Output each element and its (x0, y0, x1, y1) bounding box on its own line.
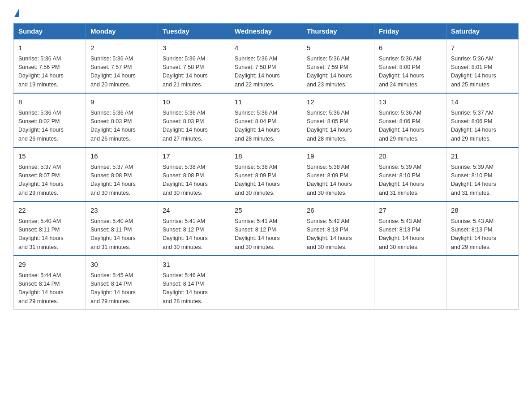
calendar-cell: 16Sunrise: 5:37 AMSunset: 8:08 PMDayligh… (86, 147, 158, 201)
calendar-cell: 11Sunrise: 5:36 AMSunset: 8:04 PMDayligh… (230, 93, 302, 147)
day-info: Sunrise: 5:36 AMSunset: 8:05 PMDaylight:… (307, 109, 369, 144)
calendar-cell: 28Sunrise: 5:43 AMSunset: 8:13 PMDayligh… (446, 201, 519, 256)
day-number: 3 (163, 43, 225, 53)
day-number: 29 (18, 260, 81, 270)
day-info: Sunrise: 5:36 AMSunset: 7:56 PMDaylight:… (18, 55, 81, 90)
day-info: Sunrise: 5:40 AMSunset: 8:11 PMDaylight:… (90, 217, 153, 252)
calendar-cell: 19Sunrise: 5:38 AMSunset: 8:09 PMDayligh… (302, 147, 374, 201)
day-number: 16 (90, 151, 153, 162)
calendar-cell: 1Sunrise: 5:36 AMSunset: 7:56 PMDaylight… (14, 39, 86, 93)
day-number: 26 (307, 206, 369, 216)
day-info: Sunrise: 5:36 AMSunset: 8:02 PMDaylight:… (18, 109, 81, 144)
day-info: Sunrise: 5:41 AMSunset: 8:12 PMDaylight:… (235, 217, 297, 252)
logo-area (13, 9, 19, 19)
day-info: Sunrise: 5:38 AMSunset: 8:09 PMDaylight:… (235, 163, 297, 198)
day-info: Sunrise: 5:36 AMSunset: 7:57 PMDaylight:… (90, 55, 153, 90)
day-info: Sunrise: 5:46 AMSunset: 8:14 PMDaylight:… (163, 271, 225, 306)
day-number: 18 (235, 151, 297, 162)
day-info: Sunrise: 5:36 AMSunset: 8:01 PMDaylight:… (451, 55, 514, 90)
day-number: 25 (235, 206, 297, 216)
calendar-header-monday: Monday (86, 24, 158, 39)
calendar-cell: 27Sunrise: 5:43 AMSunset: 8:13 PMDayligh… (374, 201, 446, 256)
calendar-cell: 7Sunrise: 5:36 AMSunset: 8:01 PMDaylight… (446, 39, 519, 93)
calendar-cell: 14Sunrise: 5:37 AMSunset: 8:06 PMDayligh… (446, 93, 519, 147)
calendar-cell (230, 256, 302, 310)
day-number: 28 (451, 206, 514, 216)
day-number: 21 (451, 151, 514, 162)
day-number: 31 (163, 260, 225, 270)
day-number: 27 (379, 206, 442, 216)
day-number: 6 (379, 43, 442, 53)
calendar-week-row: 22Sunrise: 5:40 AMSunset: 8:11 PMDayligh… (14, 201, 519, 256)
day-info: Sunrise: 5:36 AMSunset: 8:06 PMDaylight:… (379, 109, 442, 144)
day-info: Sunrise: 5:36 AMSunset: 8:04 PMDaylight:… (235, 109, 297, 144)
header (13, 9, 519, 19)
day-info: Sunrise: 5:43 AMSunset: 8:13 PMDaylight:… (379, 217, 442, 252)
calendar-week-row: 15Sunrise: 5:37 AMSunset: 8:07 PMDayligh… (14, 147, 519, 201)
calendar-header-sunday: Sunday (14, 24, 86, 39)
day-number: 13 (379, 97, 442, 107)
day-info: Sunrise: 5:38 AMSunset: 8:08 PMDaylight:… (163, 163, 225, 198)
day-info: Sunrise: 5:36 AMSunset: 8:03 PMDaylight:… (90, 109, 153, 144)
logo-triangle-icon (14, 9, 19, 17)
day-number: 2 (90, 43, 153, 53)
calendar-cell (446, 256, 519, 310)
calendar-cell: 24Sunrise: 5:41 AMSunset: 8:12 PMDayligh… (158, 201, 230, 256)
day-info: Sunrise: 5:39 AMSunset: 8:10 PMDaylight:… (451, 163, 514, 198)
day-info: Sunrise: 5:42 AMSunset: 8:13 PMDaylight:… (307, 217, 369, 252)
day-number: 24 (163, 206, 225, 216)
calendar-week-row: 8Sunrise: 5:36 AMSunset: 8:02 PMDaylight… (14, 93, 519, 147)
day-number: 19 (307, 151, 369, 162)
day-number: 8 (18, 97, 81, 107)
calendar-cell: 8Sunrise: 5:36 AMSunset: 8:02 PMDaylight… (14, 93, 86, 147)
day-number: 15 (18, 151, 81, 162)
day-info: Sunrise: 5:36 AMSunset: 7:58 PMDaylight:… (163, 55, 225, 90)
day-number: 7 (451, 43, 514, 53)
day-number: 30 (90, 260, 153, 270)
calendar-cell: 29Sunrise: 5:44 AMSunset: 8:14 PMDayligh… (14, 256, 86, 310)
day-info: Sunrise: 5:36 AMSunset: 7:59 PMDaylight:… (307, 55, 369, 90)
day-number: 9 (90, 97, 153, 107)
calendar-cell: 5Sunrise: 5:36 AMSunset: 7:59 PMDaylight… (302, 39, 374, 93)
calendar-cell: 3Sunrise: 5:36 AMSunset: 7:58 PMDaylight… (158, 39, 230, 93)
day-info: Sunrise: 5:36 AMSunset: 8:00 PMDaylight:… (379, 55, 442, 90)
calendar-cell: 12Sunrise: 5:36 AMSunset: 8:05 PMDayligh… (302, 93, 374, 147)
calendar-cell: 15Sunrise: 5:37 AMSunset: 8:07 PMDayligh… (14, 147, 86, 201)
calendar-header-tuesday: Tuesday (158, 24, 230, 39)
day-info: Sunrise: 5:37 AMSunset: 8:06 PMDaylight:… (451, 109, 514, 144)
calendar-cell: 26Sunrise: 5:42 AMSunset: 8:13 PMDayligh… (302, 201, 374, 256)
day-info: Sunrise: 5:37 AMSunset: 8:08 PMDaylight:… (90, 163, 153, 198)
calendar-cell: 22Sunrise: 5:40 AMSunset: 8:11 PMDayligh… (14, 201, 86, 256)
calendar-cell: 2Sunrise: 5:36 AMSunset: 7:57 PMDaylight… (86, 39, 158, 93)
logo (13, 9, 19, 19)
calendar-body: 1Sunrise: 5:36 AMSunset: 7:56 PMDaylight… (14, 39, 519, 310)
calendar-week-row: 1Sunrise: 5:36 AMSunset: 7:56 PMDaylight… (14, 39, 519, 93)
day-number: 10 (163, 97, 225, 107)
calendar-cell (374, 256, 446, 310)
day-info: Sunrise: 5:43 AMSunset: 8:13 PMDaylight:… (451, 217, 514, 252)
day-info: Sunrise: 5:37 AMSunset: 8:07 PMDaylight:… (18, 163, 81, 198)
day-info: Sunrise: 5:36 AMSunset: 8:03 PMDaylight:… (163, 109, 225, 144)
calendar-cell: 10Sunrise: 5:36 AMSunset: 8:03 PMDayligh… (158, 93, 230, 147)
day-info: Sunrise: 5:45 AMSunset: 8:14 PMDaylight:… (90, 271, 153, 306)
day-info: Sunrise: 5:41 AMSunset: 8:12 PMDaylight:… (163, 217, 225, 252)
day-number: 20 (379, 151, 442, 162)
day-number: 14 (451, 97, 514, 107)
calendar-cell: 18Sunrise: 5:38 AMSunset: 8:09 PMDayligh… (230, 147, 302, 201)
day-number: 1 (18, 43, 81, 53)
calendar-header-thursday: Thursday (302, 24, 374, 39)
day-number: 12 (307, 97, 369, 107)
calendar-cell: 9Sunrise: 5:36 AMSunset: 8:03 PMDaylight… (86, 93, 158, 147)
calendar-cell: 23Sunrise: 5:40 AMSunset: 8:11 PMDayligh… (86, 201, 158, 256)
calendar-cell: 21Sunrise: 5:39 AMSunset: 8:10 PMDayligh… (446, 147, 519, 201)
calendar-cell: 4Sunrise: 5:36 AMSunset: 7:58 PMDaylight… (230, 39, 302, 93)
calendar-header-saturday: Saturday (446, 24, 519, 39)
calendar-header-row: SundayMondayTuesdayWednesdayThursdayFrid… (14, 24, 519, 39)
day-info: Sunrise: 5:38 AMSunset: 8:09 PMDaylight:… (307, 163, 369, 198)
day-number: 17 (163, 151, 225, 162)
day-info: Sunrise: 5:36 AMSunset: 7:58 PMDaylight:… (235, 55, 297, 90)
calendar-week-row: 29Sunrise: 5:44 AMSunset: 8:14 PMDayligh… (14, 256, 519, 310)
day-number: 5 (307, 43, 369, 53)
day-info: Sunrise: 5:44 AMSunset: 8:14 PMDaylight:… (18, 271, 81, 306)
day-number: 4 (235, 43, 297, 53)
